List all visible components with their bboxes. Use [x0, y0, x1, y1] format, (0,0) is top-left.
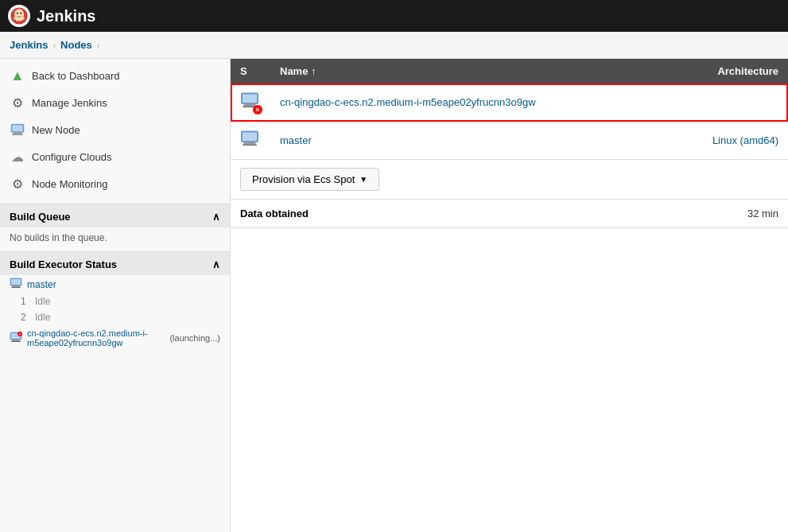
- sidebar-item-back-dashboard[interactable]: ▲ Back to Dashboard: [0, 62, 230, 89]
- build-queue-empty: No builds in the queue.: [10, 232, 107, 243]
- build-executor-section: Build Executor Status ∧ master: [0, 251, 230, 351]
- master-status-icon: [240, 130, 259, 151]
- master-executor-item: master: [0, 275, 230, 293]
- breadcrumb-jenkins[interactable]: Jenkins: [10, 39, 48, 51]
- cn-node-name-cell: cn-qingdao-c-ecs.n2.medium-i-m5eape02yfr…: [270, 83, 666, 122]
- node-monitoring-icon: ⚙: [10, 176, 25, 192]
- nodes-table-body: × cn-qingdao-c-ecs.n2.medium-i-m5eape02y…: [231, 83, 788, 160]
- provision-area: Provision via Ecs Spot ▼: [231, 160, 788, 200]
- build-executor-content: master 1 Idle 2 Idle: [0, 275, 230, 351]
- master-name-cell: master: [270, 122, 666, 160]
- master-name-link[interactable]: master: [280, 134, 312, 146]
- configure-clouds-label: Configure Clouds: [32, 151, 111, 163]
- master-status-cell: [231, 122, 270, 160]
- provision-button-label: Provision via Ecs Spot: [252, 173, 355, 185]
- svg-rect-26: [244, 142, 256, 145]
- master-exec-1: 1 Idle: [0, 293, 230, 309]
- node-monitoring-label: Node Monitoring: [32, 178, 107, 190]
- breadcrumb: Jenkins › Nodes ›: [0, 32, 788, 59]
- breadcrumb-nodes[interactable]: Nodes: [60, 39, 92, 51]
- svg-rect-24: [243, 95, 257, 103]
- svg-rect-5: [14, 17, 16, 20]
- svg-rect-16: [12, 340, 20, 341]
- jenkins-logo-icon: [8, 5, 30, 27]
- svg-rect-8: [13, 132, 21, 134]
- cn-node-status-icon: ×: [240, 91, 259, 113]
- top-header: Jenkins: [0, 0, 788, 32]
- back-dashboard-label: Back to Dashboard: [32, 70, 120, 82]
- svg-rect-14: [11, 279, 21, 285]
- svg-rect-28: [243, 133, 257, 142]
- svg-rect-2: [16, 17, 22, 21]
- manage-jenkins-icon: ⚙: [10, 95, 25, 111]
- nodes-table: S Name ↑ Architecture: [231, 59, 788, 160]
- cn-node-arch-cell: [666, 83, 788, 122]
- provision-button[interactable]: Provision via Ecs Spot ▼: [240, 168, 379, 191]
- error-badge-icon: ×: [253, 105, 262, 115]
- build-queue-content: No builds in the queue.: [0, 227, 230, 248]
- sidebar-item-manage-jenkins[interactable]: ⚙ Manage Jenkins: [0, 89, 230, 116]
- cn-node-status-cell: ×: [231, 83, 270, 122]
- master-arch-cell: Linux (amd64): [666, 122, 788, 160]
- data-obtained-row: Data obtained 32 min: [231, 200, 788, 228]
- svg-rect-27: [243, 145, 257, 146]
- cn-node-executor-link[interactable]: cn-qingdao-c-ecs.n2.medium-i-m5eape02yfr…: [27, 328, 165, 348]
- svg-point-3: [17, 13, 18, 14]
- data-obtained-label: Data obtained: [240, 208, 309, 219]
- col-name: Name ↑: [270, 59, 666, 83]
- svg-rect-10: [12, 125, 23, 131]
- breadcrumb-sep-1: ›: [52, 41, 56, 50]
- main-content: S Name ↑ Architecture: [231, 59, 788, 532]
- back-dashboard-icon: ▲: [10, 68, 25, 83]
- svg-rect-17: [11, 341, 21, 342]
- master-executor-link[interactable]: master: [27, 279, 56, 290]
- data-obtained-value: 32 min: [747, 208, 778, 219]
- cn-node-executor-item: × cn-qingdao-c-ecs.n2.medium-i-m5eape02y…: [0, 325, 230, 351]
- col-status: S: [231, 59, 270, 83]
- sidebar-item-configure-clouds[interactable]: ☁ Configure Clouds: [0, 143, 230, 170]
- breadcrumb-sep-2: ›: [97, 41, 100, 50]
- table-row: × cn-qingdao-c-ecs.n2.medium-i-m5eape02y…: [231, 83, 788, 122]
- build-queue-section: Build Queue ∧ No builds in the queue.: [0, 204, 230, 248]
- launching-text: (launching...): [169, 333, 220, 343]
- svg-rect-6: [22, 17, 25, 20]
- new-node-icon: [10, 122, 25, 138]
- master-exec-2: 2 Idle: [0, 309, 230, 325]
- build-executor-header[interactable]: Build Executor Status ∧: [0, 252, 230, 275]
- master-exec-icon: [10, 278, 22, 291]
- nodes-table-header: S Name ↑ Architecture: [231, 59, 788, 83]
- new-node-label: New Node: [32, 124, 80, 136]
- sidebar-item-new-node[interactable]: New Node: [0, 116, 230, 143]
- cn-node-name-link[interactable]: cn-qingdao-c-ecs.n2.medium-i-m5eape02yfr…: [280, 96, 536, 108]
- svg-rect-9: [12, 134, 23, 135]
- configure-clouds-icon: ☁: [10, 149, 25, 165]
- app-title: Jenkins: [37, 7, 95, 25]
- master-arch-link[interactable]: Linux (amd64): [712, 134, 778, 146]
- build-queue-header[interactable]: Build Queue ∧: [0, 204, 230, 227]
- svg-text:×: ×: [19, 332, 21, 336]
- build-queue-collapse-icon: ∧: [212, 211, 220, 223]
- svg-rect-13: [11, 287, 21, 288]
- build-executor-title: Build Executor Status: [10, 258, 117, 270]
- sidebar-item-node-monitoring[interactable]: ⚙ Node Monitoring: [0, 170, 230, 197]
- build-executor-collapse-icon: ∧: [212, 258, 220, 270]
- svg-point-4: [20, 13, 21, 14]
- provision-dropdown-arrow-icon: ▼: [359, 175, 367, 184]
- col-architecture: Architecture: [666, 59, 788, 83]
- manage-jenkins-label: Manage Jenkins: [32, 97, 107, 109]
- build-queue-title: Build Queue: [10, 211, 71, 223]
- sidebar: ▲ Back to Dashboard ⚙ Manage Jenkins: [0, 59, 231, 532]
- cn-node-exec-icon: ×: [10, 332, 22, 345]
- svg-rect-12: [12, 285, 20, 287]
- table-row: master Linux (amd64): [231, 122, 788, 160]
- sidebar-nav: ▲ Back to Dashboard ⚙ Manage Jenkins: [0, 59, 230, 200]
